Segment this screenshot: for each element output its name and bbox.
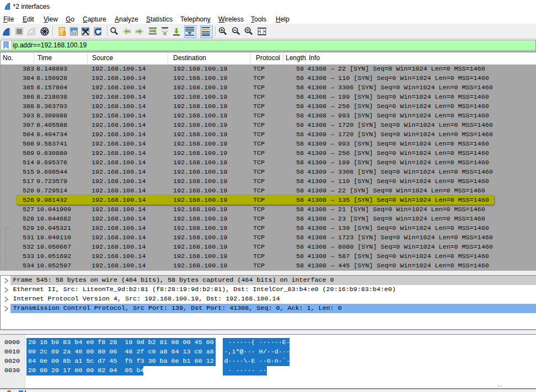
svg-text:010: 010	[71, 32, 76, 35]
